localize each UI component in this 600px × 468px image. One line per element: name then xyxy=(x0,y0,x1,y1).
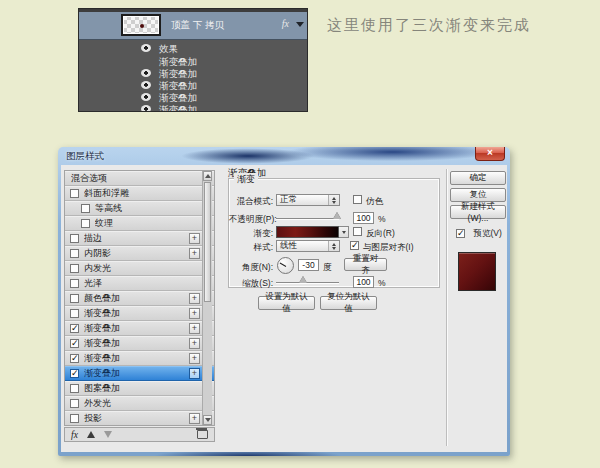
style-row-8[interactable]: 颜色叠加+ xyxy=(65,291,214,306)
scale-row: 缩放(S): 100 % xyxy=(229,276,439,289)
style-enable-checkbox[interactable] xyxy=(70,279,79,288)
style-enable-checkbox[interactable]: ✓ xyxy=(70,369,79,378)
opacity-label: 不透明度(P): xyxy=(229,214,273,226)
style-row-12[interactable]: ✓渐变叠加+ xyxy=(65,351,214,366)
set-default-button[interactable]: 设置为默认值 xyxy=(258,296,315,310)
style-enable-checkbox[interactable] xyxy=(70,189,79,198)
reset-align-button[interactable]: 重置对齐 xyxy=(344,258,387,271)
effects-header-row[interactable]: 效果 xyxy=(79,42,307,54)
style-enable-checkbox[interactable] xyxy=(70,309,79,318)
style-enable-checkbox[interactable] xyxy=(81,219,90,228)
new-style-button[interactable]: 新建样式(W)... xyxy=(450,205,506,219)
style-enable-checkbox[interactable] xyxy=(70,399,79,408)
effect-row-1[interactable]: 渐变叠加 xyxy=(79,67,307,79)
style-enable-checkbox[interactable] xyxy=(70,384,79,393)
scrollbar-thumb[interactable] xyxy=(204,182,211,302)
scrollbar-down-button[interactable] xyxy=(203,415,212,425)
angle-dial[interactable] xyxy=(277,257,294,274)
duplicate-effect-plus-button[interactable]: + xyxy=(189,308,200,319)
effect-row-0[interactable]: 渐变叠加 xyxy=(79,55,307,67)
layer-effects-collapse-icon[interactable] xyxy=(296,22,304,27)
close-button[interactable]: × xyxy=(475,147,505,161)
style-row-16[interactable]: 投影+ xyxy=(65,411,214,426)
delete-trash-icon[interactable] xyxy=(197,430,208,439)
visibility-eye-icon[interactable] xyxy=(141,93,151,101)
scale-slider[interactable] xyxy=(276,282,339,283)
style-row-2[interactable]: 等高线 xyxy=(65,201,214,216)
style-row-label: 图案叠加 xyxy=(84,382,200,395)
opacity-slider[interactable] xyxy=(276,218,339,219)
style-enable-checkbox[interactable] xyxy=(70,234,79,243)
style-row-4[interactable]: 描边+ xyxy=(65,231,214,246)
style-dropdown[interactable]: 线性 xyxy=(276,240,340,252)
duplicate-effect-plus-button[interactable]: + xyxy=(189,353,200,364)
style-row-13[interactable]: ✓渐变叠加+ xyxy=(65,366,214,381)
opacity-value[interactable]: 100 xyxy=(353,212,374,224)
effect-row-2[interactable]: 渐变叠加 xyxy=(79,79,307,91)
style-row-11[interactable]: ✓渐变叠加+ xyxy=(65,336,214,351)
visibility-eye-icon[interactable] xyxy=(141,44,151,52)
gradient-picker-arrow[interactable] xyxy=(339,226,349,238)
style-row-15[interactable]: 外发光 xyxy=(65,396,214,411)
scrollbar-up-button[interactable] xyxy=(203,171,212,181)
style-row-7[interactable]: 光泽 xyxy=(65,276,214,291)
style-row-14[interactable]: 图案叠加 xyxy=(65,381,214,396)
reset-default-button[interactable]: 复位为默认值 xyxy=(320,296,377,310)
duplicate-effect-plus-button[interactable]: + xyxy=(189,293,200,304)
blend-mode-row: 混合模式: 正常 仿色 xyxy=(229,194,439,207)
align-layer-checkbox[interactable]: ✓ xyxy=(350,241,359,250)
reverse-label: 反向(R) xyxy=(366,228,395,240)
visibility-eye-icon[interactable] xyxy=(141,105,151,112)
style-row-5[interactable]: 内阴影+ xyxy=(65,246,214,261)
style-enable-checkbox[interactable] xyxy=(70,249,79,258)
duplicate-effect-plus-button[interactable]: + xyxy=(189,338,200,349)
visibility-eye-icon[interactable] xyxy=(141,69,151,77)
layer-row-selected[interactable]: 顶盖 下 拷贝 fx xyxy=(79,12,307,40)
visibility-eye-icon[interactable] xyxy=(141,81,151,89)
duplicate-effect-plus-button[interactable]: + xyxy=(189,248,200,259)
style-enable-checkbox[interactable] xyxy=(81,204,90,213)
duplicate-effect-plus-button[interactable]: + xyxy=(189,323,200,334)
style-row-3[interactable]: 纹理 xyxy=(65,216,214,231)
style-enable-checkbox[interactable]: ✓ xyxy=(70,354,79,363)
effect-row-3[interactable]: 渐变叠加 xyxy=(79,91,307,103)
blend-mode-value: 正常 xyxy=(280,194,297,206)
effect-row-4[interactable]: 渐变叠加 xyxy=(79,103,307,112)
scale-slider-thumb[interactable] xyxy=(299,276,307,283)
opacity-slider-thumb[interactable] xyxy=(333,212,341,219)
style-enable-checkbox[interactable] xyxy=(70,414,79,423)
duplicate-effect-plus-button[interactable]: + xyxy=(189,233,200,244)
gradient-swatch[interactable] xyxy=(276,226,339,238)
style-row-label: 纹理 xyxy=(95,217,200,230)
style-enable-checkbox[interactable] xyxy=(70,294,79,303)
layer-thumbnail[interactable] xyxy=(121,14,161,36)
ok-button[interactable]: 确定 xyxy=(450,171,506,185)
layers-panel: 顶盖 下 拷贝 fx 效果 渐变叠加渐变叠加渐变叠加渐变叠加渐变叠加 xyxy=(78,8,308,112)
opacity-unit: % xyxy=(378,214,386,224)
style-enable-checkbox[interactable] xyxy=(70,264,79,273)
duplicate-effect-plus-button[interactable]: + xyxy=(189,413,200,424)
angle-label: 角度(N): xyxy=(229,262,273,274)
style-row-6[interactable]: 内发光 xyxy=(65,261,214,276)
angle-value[interactable]: -30 xyxy=(298,259,319,271)
opacity-row: 不透明度(P): 100 % xyxy=(229,212,439,225)
layer-fx-badge[interactable]: fx xyxy=(282,18,289,29)
style-enable-checkbox[interactable]: ✓ xyxy=(70,324,79,333)
scale-value[interactable]: 100 xyxy=(353,276,374,288)
reverse-checkbox[interactable] xyxy=(353,227,362,236)
style-row-9[interactable]: 渐变叠加+ xyxy=(65,306,214,321)
style-row-10[interactable]: ✓渐变叠加+ xyxy=(65,321,214,336)
move-down-icon[interactable] xyxy=(104,431,112,438)
blend-mode-dropdown[interactable]: 正常 xyxy=(276,194,340,206)
styles-list-scrollbar[interactable] xyxy=(202,171,212,425)
style-enable-checkbox[interactable]: ✓ xyxy=(70,339,79,348)
dither-checkbox[interactable] xyxy=(353,195,362,204)
style-row-label: 渐变叠加 xyxy=(84,322,189,335)
move-up-icon[interactable] xyxy=(87,431,95,438)
style-row-1[interactable]: 斜面和浮雕 xyxy=(65,186,214,201)
style-row-0[interactable]: 混合选项 xyxy=(65,171,214,186)
fx-icon[interactable]: fx xyxy=(71,430,78,440)
preview-checkbox[interactable]: ✓ xyxy=(456,229,465,238)
reset-button[interactable]: 复位 xyxy=(450,188,506,202)
duplicate-effect-plus-button[interactable]: + xyxy=(189,368,200,379)
